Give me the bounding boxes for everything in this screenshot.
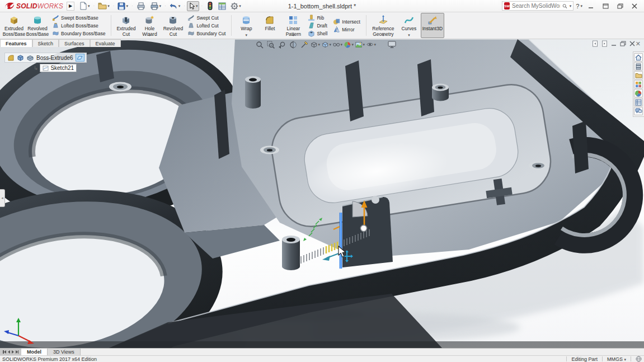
dropdown-arrow-icon[interactable]: ▾ (408, 33, 410, 37)
task-pane-close-icon[interactable]: ✕ (636, 40, 641, 48)
shell-button[interactable]: Shell (305, 30, 330, 37)
search-dropdown-icon[interactable]: ▾ (570, 4, 572, 8)
selected-face-icon[interactable] (76, 54, 84, 62)
previous-view-button[interactable] (277, 40, 286, 49)
tab-evaluate[interactable]: Evaluate (90, 39, 121, 47)
breadcrumb-feature-label[interactable]: Boss-Extrude6 (36, 55, 73, 61)
hide-show-items-button[interactable]: ▾ (333, 40, 342, 49)
solidworks-forum-button[interactable] (634, 107, 643, 115)
edit-appearance-button[interactable]: ▾ (344, 40, 354, 49)
breadcrumb-sketch-row[interactable]: ↳ Sketch21 (34, 64, 87, 72)
intersect-button[interactable]: Intersect (331, 18, 363, 26)
minimize-button[interactable] (585, 1, 597, 11)
rebuild-button[interactable] (204, 1, 215, 11)
rib-button[interactable]: Rib (305, 14, 330, 22)
zoom-to-fit-button[interactable] (255, 40, 264, 49)
screen-icon (388, 41, 396, 48)
featuremanager-flyout-tab[interactable]: ◂ (0, 189, 5, 207)
close-document-icon[interactable] (629, 41, 635, 46)
restore-document-icon[interactable] (620, 41, 626, 46)
tab-features[interactable]: Features (0, 39, 32, 47)
graphics-viewport[interactable] (0, 39, 644, 348)
menu-expand-arrow[interactable]: ▶ (67, 2, 74, 11)
apply-scene-button[interactable]: ▾ (355, 40, 365, 49)
minimize-document-icon[interactable] (611, 41, 617, 46)
last-tab-icon[interactable] (16, 349, 19, 355)
breadcrumb-feature-row[interactable]: Boss-Extrude6 (4, 53, 87, 63)
tags-globe-icon[interactable] (636, 356, 642, 362)
search-box[interactable]: SW ▾ (502, 1, 574, 11)
screen-button[interactable] (387, 40, 397, 49)
first-tab-icon[interactable] (3, 349, 6, 355)
swept-cut-button[interactable]: Swept Cut (185, 14, 228, 22)
draft-button[interactable]: Draft (305, 22, 330, 30)
boundary-cut-button[interactable]: Boundary Cut (185, 30, 228, 37)
dropdown-arrow-icon[interactable]: ▾ (246, 33, 248, 37)
section-view-button[interactable] (288, 40, 298, 49)
extruded-cut-button[interactable]: Extruded Cut (114, 13, 138, 38)
custom-properties-icon (635, 99, 642, 106)
tab-nav-buttons[interactable] (0, 349, 21, 355)
tab-surfaces[interactable]: Surfaces (59, 39, 90, 47)
save-button[interactable]: ▾ (116, 1, 130, 11)
file-properties-button[interactable] (217, 1, 228, 11)
dropdown-arrow-icon[interactable]: ▾ (293, 33, 295, 37)
zoom-to-area-button[interactable] (266, 40, 275, 49)
curves-button[interactable]: Curves ▾ (397, 13, 421, 38)
appearances-scenes-button[interactable] (634, 89, 643, 97)
undo-button[interactable]: ▾ (168, 1, 182, 11)
solid-body-icon[interactable] (17, 54, 24, 62)
view-orientation-button[interactable]: ▾ (311, 40, 320, 49)
display-style-button[interactable]: ▾ (322, 40, 331, 49)
fillet-feature-icon[interactable] (7, 54, 15, 61)
open-button[interactable]: ▾ (96, 1, 111, 11)
boundary-boss-button[interactable]: Boundary Boss/Base (50, 30, 107, 37)
swept-boss-button[interactable]: Swept Boss/Base (50, 14, 107, 22)
view-palette-button[interactable] (634, 80, 643, 88)
prev-document-icon[interactable] (592, 40, 598, 47)
dropdown-arrow-icon[interactable]: ▾ (149, 33, 151, 37)
boss-extrude-icon[interactable] (26, 54, 34, 62)
cascade-button[interactable] (614, 1, 626, 11)
next-document-icon[interactable] (601, 40, 608, 47)
help-button[interactable]: ?▾ (576, 3, 582, 10)
fillet-button[interactable]: Fillet (258, 13, 281, 38)
lofted-cut-button[interactable]: Lofted Cut (185, 22, 228, 30)
options-button[interactable]: ▾ (229, 1, 243, 11)
edit-appearance-icon (344, 41, 351, 49)
tab-3d-views[interactable]: 3D Views (48, 349, 81, 355)
tab-model[interactable]: Model (21, 349, 48, 355)
annotation-views-button[interactable] (299, 40, 309, 49)
revolved-boss-button[interactable]: Revolved Boss/Base (26, 13, 49, 38)
hole-wizard-button[interactable]: Hole Wizard ▾ (138, 13, 161, 38)
instant3d-button[interactable]: Instant3D (421, 13, 444, 38)
view-settings-button[interactable]: ▾ (366, 40, 376, 49)
restore-button[interactable] (599, 1, 612, 11)
extruded-boss-button[interactable]: Extruded Boss/Base (2, 13, 26, 38)
print-preview-button[interactable] (135, 1, 147, 11)
breadcrumb-sketch-label[interactable]: Sketch21 (50, 65, 74, 71)
reference-geometry-button[interactable]: Reference Geometry ▾ (369, 13, 397, 38)
mirror-button[interactable]: Mirror (331, 26, 363, 34)
design-library-button[interactable] (634, 62, 643, 70)
dropdown-arrow-icon[interactable]: ▾ (382, 33, 384, 37)
print-button[interactable]: ▾ (148, 1, 163, 11)
next-tab-icon[interactable] (12, 350, 14, 354)
intersect-icon (333, 18, 340, 25)
revolved-cut-button[interactable]: Revolved Cut (161, 13, 185, 38)
search-icon[interactable] (562, 3, 567, 10)
prev-tab-icon[interactable] (8, 350, 10, 354)
custom-properties-button[interactable] (634, 98, 643, 106)
tab-sketch[interactable]: Sketch (32, 39, 59, 47)
lofted-boss-button[interactable]: Lofted Boss/Base (50, 22, 107, 30)
linear-pattern-button[interactable]: Linear Pattern ▾ (281, 13, 305, 38)
close-button[interactable] (628, 1, 641, 11)
search-input[interactable] (512, 3, 560, 9)
wrap-button[interactable]: Wrap ▾ (234, 13, 258, 38)
select-button[interactable]: ▾ (187, 1, 200, 11)
drag-handle-dot[interactable] (360, 225, 366, 231)
units-selector[interactable]: MMGS ▾ (607, 356, 626, 362)
solidworks-resources-home-button[interactable] (634, 53, 643, 62)
file-explorer-button[interactable] (634, 71, 643, 79)
new-document-button[interactable]: ▾ (78, 1, 92, 11)
